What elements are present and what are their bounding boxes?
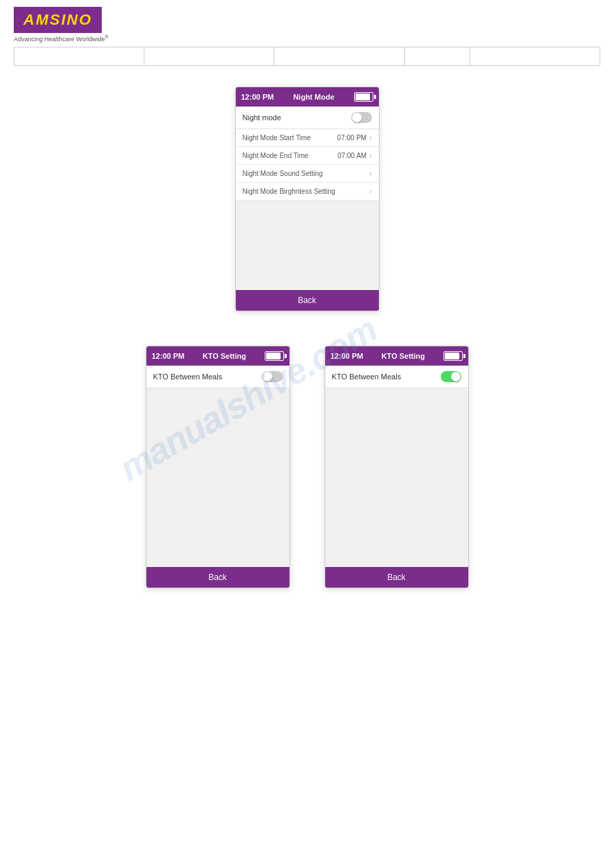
night-mode-sound-label: Night Mode Sound Setting [243,170,323,177]
night-mode-battery-icon: 100% [354,92,373,102]
kto-off-label: KTO Between Meals [153,372,223,381]
kto-on-title: KTO Setting [382,352,425,360]
night-mode-content: Night mode Night Mode Start Time 07:00 P… [236,107,379,201]
night-mode-end-right: 07:00 AM › [338,152,372,159]
night-mode-label: Night mode [243,113,281,122]
kto-off-title: KTO Setting [203,352,246,360]
kto-off-empty-area [146,388,289,567]
kto-on-empty-area [325,388,468,567]
page-header: AMSINO Advancing Healthcare Worldwide® [0,0,614,66]
battery-label: 100% [355,94,373,100]
kto-off-content: KTO Between Meals [146,366,289,388]
nav-cell-5 [470,47,600,65]
kto-phones-row: 12:00 PM KTO Setting 100% KTO Between Me… [146,346,469,588]
night-mode-start-right: 07:00 PM › [337,134,371,142]
night-mode-toggle-row[interactable]: Night mode [236,107,379,129]
kto-off-battery-label: 100% [265,353,283,359]
night-mode-end-label: Night Mode End Time [243,152,309,159]
night-mode-sound-right: › [369,170,371,177]
night-mode-brightness-right: › [369,188,371,195]
chevron-icon-1: › [369,134,371,142]
kto-on-toggle[interactable] [441,371,461,382]
night-mode-title: Night Mode [293,93,334,101]
kto-on-back-button[interactable]: Back [325,567,468,588]
logo-text: AMSINO [23,11,92,28]
logo-subtitle: Advancing Healthcare Worldwide® [14,34,600,43]
nav-bar [14,47,600,66]
nav-cell-3 [274,47,404,65]
night-mode-phone: 12:00 PM Night Mode 100% Night mode Nigh… [235,87,380,311]
nav-cell-2 [144,47,274,65]
night-mode-start-row[interactable]: Night Mode Start Time 07:00 PM › [236,129,379,147]
chevron-icon-4: › [369,188,371,195]
night-mode-brightness-row[interactable]: Night Mode Birghntess Setting › [236,183,379,201]
kto-on-label: KTO Between Meals [332,372,402,381]
chevron-icon-3: › [369,170,371,177]
main-content: 12:00 PM Night Mode 100% Night mode Nigh… [0,66,614,588]
night-mode-time: 12:00 PM [241,93,274,101]
kto-off-status-bar: 12:00 PM KTO Setting 100% [146,346,289,366]
night-mode-empty-area [236,201,379,290]
nav-cell-4 [405,47,470,65]
kto-off-back-button[interactable]: Back [146,567,289,588]
kto-on-battery-label: 100% [444,353,462,359]
night-mode-start-label: Night Mode Start Time [243,134,311,142]
kto-off-time: 12:00 PM [152,352,185,360]
kto-off-toggle-row[interactable]: KTO Between Meals [146,366,289,388]
night-mode-end-value: 07:00 AM [338,152,366,159]
logo-box: AMSINO [14,7,102,33]
kto-on-battery-icon: 100% [443,351,463,361]
kto-on-status-bar: 12:00 PM KTO Setting 100% [325,346,468,366]
kto-on-time: 12:00 PM [331,352,364,360]
night-mode-toggle[interactable] [351,112,372,123]
nav-cell-1 [14,47,144,65]
kto-off-phone: 12:00 PM KTO Setting 100% KTO Between Me… [146,346,290,588]
night-mode-end-row[interactable]: Night Mode End Time 07:00 AM › [236,147,379,165]
chevron-icon-2: › [369,152,371,159]
night-mode-sound-row[interactable]: Night Mode Sound Setting › [236,165,379,183]
night-mode-back-button[interactable]: Back [236,290,379,311]
kto-on-toggle-row[interactable]: KTO Between Meals [325,366,468,388]
logo-area: AMSINO Advancing Healthcare Worldwide® [14,7,600,43]
night-mode-status-bar: 12:00 PM Night Mode 100% [236,87,379,107]
night-mode-start-value: 07:00 PM [337,134,366,142]
night-mode-brightness-label: Night Mode Birghntess Setting [243,188,336,195]
kto-on-content: KTO Between Meals [325,366,468,388]
kto-off-battery-icon: 100% [265,351,284,361]
kto-off-toggle[interactable] [262,371,283,382]
kto-on-phone: 12:00 PM KTO Setting 100% KTO Between Me… [325,346,469,588]
